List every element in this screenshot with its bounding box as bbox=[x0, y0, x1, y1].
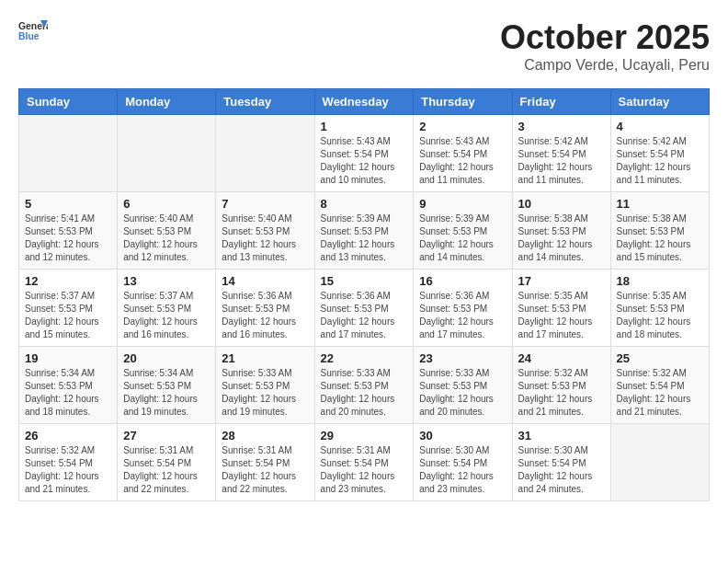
day-number: 7 bbox=[222, 197, 308, 211]
weekday-header-row: SundayMondayTuesdayWednesdayThursdayFrid… bbox=[19, 89, 710, 115]
calendar-day-cell: 20Sunrise: 5:34 AM Sunset: 5:53 PM Dayli… bbox=[118, 347, 216, 424]
day-info: Sunrise: 5:36 AM Sunset: 5:53 PM Dayligh… bbox=[222, 290, 308, 341]
day-info: Sunrise: 5:38 AM Sunset: 5:53 PM Dayligh… bbox=[617, 213, 703, 264]
day-info: Sunrise: 5:35 AM Sunset: 5:53 PM Dayligh… bbox=[518, 290, 605, 341]
day-info: Sunrise: 5:36 AM Sunset: 5:53 PM Dayligh… bbox=[419, 290, 506, 341]
month-title: October 2025 bbox=[500, 18, 710, 57]
calendar-day-cell: 24Sunrise: 5:32 AM Sunset: 5:53 PM Dayli… bbox=[512, 347, 610, 424]
day-info: Sunrise: 5:37 AM Sunset: 5:53 PM Dayligh… bbox=[123, 290, 210, 341]
day-number: 25 bbox=[617, 351, 703, 365]
day-number: 5 bbox=[25, 197, 111, 211]
calendar-table: SundayMondayTuesdayWednesdayThursdayFrid… bbox=[18, 88, 710, 501]
page-header: General Blue October 2025 Campo Verde, U… bbox=[18, 18, 710, 74]
weekday-header: Monday bbox=[118, 89, 216, 115]
calendar-day-cell: 21Sunrise: 5:33 AM Sunset: 5:53 PM Dayli… bbox=[216, 347, 314, 424]
day-info: Sunrise: 5:42 AM Sunset: 5:54 PM Dayligh… bbox=[617, 135, 703, 187]
calendar-day-cell bbox=[19, 115, 118, 192]
calendar-day-cell: 11Sunrise: 5:38 AM Sunset: 5:53 PM Dayli… bbox=[610, 192, 709, 270]
calendar-day-cell: 28Sunrise: 5:31 AM Sunset: 5:54 PM Dayli… bbox=[216, 424, 314, 501]
calendar-day-cell: 30Sunrise: 5:30 AM Sunset: 5:54 PM Dayli… bbox=[414, 424, 512, 501]
day-number: 4 bbox=[617, 120, 703, 133]
calendar-day-cell: 15Sunrise: 5:36 AM Sunset: 5:53 PM Dayli… bbox=[314, 270, 414, 347]
day-info: Sunrise: 5:33 AM Sunset: 5:53 PM Dayligh… bbox=[419, 367, 506, 419]
location-title: Campo Verde, Ucayali, Peru bbox=[500, 57, 710, 74]
day-number: 27 bbox=[123, 429, 210, 442]
day-info: Sunrise: 5:35 AM Sunset: 5:53 PM Dayligh… bbox=[617, 290, 703, 341]
day-number: 23 bbox=[419, 351, 506, 365]
day-info: Sunrise: 5:30 AM Sunset: 5:54 PM Dayligh… bbox=[419, 444, 506, 496]
day-info: Sunrise: 5:42 AM Sunset: 5:54 PM Dayligh… bbox=[518, 135, 605, 187]
day-info: Sunrise: 5:32 AM Sunset: 5:53 PM Dayligh… bbox=[518, 367, 605, 419]
day-info: Sunrise: 5:41 AM Sunset: 5:53 PM Dayligh… bbox=[25, 213, 111, 264]
calendar-day-cell: 16Sunrise: 5:36 AM Sunset: 5:53 PM Dayli… bbox=[414, 270, 512, 347]
calendar-day-cell: 17Sunrise: 5:35 AM Sunset: 5:53 PM Dayli… bbox=[512, 270, 610, 347]
day-info: Sunrise: 5:33 AM Sunset: 5:53 PM Dayligh… bbox=[222, 367, 308, 419]
calendar-day-cell: 7Sunrise: 5:40 AM Sunset: 5:53 PM Daylig… bbox=[216, 192, 314, 270]
day-number: 29 bbox=[321, 429, 408, 442]
title-area: October 2025 Campo Verde, Ucayali, Peru bbox=[500, 18, 710, 74]
calendar-day-cell: 10Sunrise: 5:38 AM Sunset: 5:53 PM Dayli… bbox=[512, 192, 610, 270]
calendar-day-cell bbox=[118, 115, 216, 192]
day-info: Sunrise: 5:31 AM Sunset: 5:54 PM Dayligh… bbox=[123, 444, 210, 496]
logo: General Blue bbox=[18, 18, 48, 44]
day-info: Sunrise: 5:34 AM Sunset: 5:53 PM Dayligh… bbox=[123, 367, 210, 419]
day-number: 30 bbox=[419, 429, 506, 442]
calendar-day-cell: 18Sunrise: 5:35 AM Sunset: 5:53 PM Dayli… bbox=[610, 270, 709, 347]
calendar-day-cell: 14Sunrise: 5:36 AM Sunset: 5:53 PM Dayli… bbox=[216, 270, 314, 347]
calendar-day-cell: 9Sunrise: 5:39 AM Sunset: 5:53 PM Daylig… bbox=[414, 192, 512, 270]
calendar-day-cell: 22Sunrise: 5:33 AM Sunset: 5:53 PM Dayli… bbox=[314, 347, 414, 424]
calendar-day-cell: 8Sunrise: 5:39 AM Sunset: 5:53 PM Daylig… bbox=[314, 192, 414, 270]
day-number: 3 bbox=[518, 120, 605, 133]
day-number: 9 bbox=[419, 197, 506, 211]
calendar-week-row: 26Sunrise: 5:32 AM Sunset: 5:54 PM Dayli… bbox=[19, 424, 710, 501]
day-info: Sunrise: 5:32 AM Sunset: 5:54 PM Dayligh… bbox=[617, 367, 703, 419]
day-number: 18 bbox=[617, 274, 703, 288]
day-number: 22 bbox=[321, 351, 408, 365]
calendar-day-cell: 27Sunrise: 5:31 AM Sunset: 5:54 PM Dayli… bbox=[118, 424, 216, 501]
calendar-day-cell: 25Sunrise: 5:32 AM Sunset: 5:54 PM Dayli… bbox=[610, 347, 709, 424]
day-number: 2 bbox=[419, 120, 506, 133]
calendar-day-cell: 3Sunrise: 5:42 AM Sunset: 5:54 PM Daylig… bbox=[512, 115, 610, 192]
day-info: Sunrise: 5:30 AM Sunset: 5:54 PM Dayligh… bbox=[518, 444, 605, 496]
calendar-day-cell: 4Sunrise: 5:42 AM Sunset: 5:54 PM Daylig… bbox=[610, 115, 709, 192]
weekday-header: Wednesday bbox=[314, 89, 414, 115]
weekday-header: Thursday bbox=[414, 89, 512, 115]
day-number: 15 bbox=[321, 274, 408, 288]
calendar-day-cell: 19Sunrise: 5:34 AM Sunset: 5:53 PM Dayli… bbox=[19, 347, 118, 424]
calendar-day-cell: 26Sunrise: 5:32 AM Sunset: 5:54 PM Dayli… bbox=[19, 424, 118, 501]
calendar-week-row: 5Sunrise: 5:41 AM Sunset: 5:53 PM Daylig… bbox=[19, 192, 710, 270]
calendar-day-cell: 5Sunrise: 5:41 AM Sunset: 5:53 PM Daylig… bbox=[19, 192, 118, 270]
calendar-day-cell: 6Sunrise: 5:40 AM Sunset: 5:53 PM Daylig… bbox=[118, 192, 216, 270]
day-number: 17 bbox=[518, 274, 605, 288]
day-number: 13 bbox=[123, 274, 210, 288]
day-info: Sunrise: 5:38 AM Sunset: 5:53 PM Dayligh… bbox=[518, 213, 605, 264]
weekday-header: Tuesday bbox=[216, 89, 314, 115]
calendar-day-cell: 29Sunrise: 5:31 AM Sunset: 5:54 PM Dayli… bbox=[314, 424, 414, 501]
day-info: Sunrise: 5:31 AM Sunset: 5:54 PM Dayligh… bbox=[222, 444, 308, 496]
day-info: Sunrise: 5:43 AM Sunset: 5:54 PM Dayligh… bbox=[419, 135, 506, 187]
day-info: Sunrise: 5:36 AM Sunset: 5:53 PM Dayligh… bbox=[321, 290, 408, 341]
day-number: 21 bbox=[222, 351, 308, 365]
day-number: 10 bbox=[518, 197, 605, 211]
svg-text:Blue: Blue bbox=[18, 31, 40, 41]
day-info: Sunrise: 5:37 AM Sunset: 5:53 PM Dayligh… bbox=[25, 290, 111, 341]
day-number: 1 bbox=[321, 120, 408, 133]
logo-icon: General Blue bbox=[18, 18, 48, 44]
calendar-day-cell: 31Sunrise: 5:30 AM Sunset: 5:54 PM Dayli… bbox=[512, 424, 610, 501]
day-number: 8 bbox=[321, 197, 408, 211]
calendar-day-cell: 2Sunrise: 5:43 AM Sunset: 5:54 PM Daylig… bbox=[414, 115, 512, 192]
calendar-day-cell: 13Sunrise: 5:37 AM Sunset: 5:53 PM Dayli… bbox=[118, 270, 216, 347]
day-number: 16 bbox=[419, 274, 506, 288]
day-number: 26 bbox=[25, 429, 111, 442]
calendar-day-cell: 12Sunrise: 5:37 AM Sunset: 5:53 PM Dayli… bbox=[19, 270, 118, 347]
calendar-day-cell: 1Sunrise: 5:43 AM Sunset: 5:54 PM Daylig… bbox=[314, 115, 414, 192]
calendar-day-cell bbox=[216, 115, 314, 192]
day-info: Sunrise: 5:32 AM Sunset: 5:54 PM Dayligh… bbox=[25, 444, 111, 496]
day-number: 31 bbox=[518, 429, 605, 442]
weekday-header: Saturday bbox=[610, 89, 709, 115]
day-number: 20 bbox=[123, 351, 210, 365]
calendar-week-row: 19Sunrise: 5:34 AM Sunset: 5:53 PM Dayli… bbox=[19, 347, 710, 424]
day-info: Sunrise: 5:34 AM Sunset: 5:53 PM Dayligh… bbox=[25, 367, 111, 419]
day-number: 6 bbox=[123, 197, 210, 211]
day-number: 12 bbox=[25, 274, 111, 288]
